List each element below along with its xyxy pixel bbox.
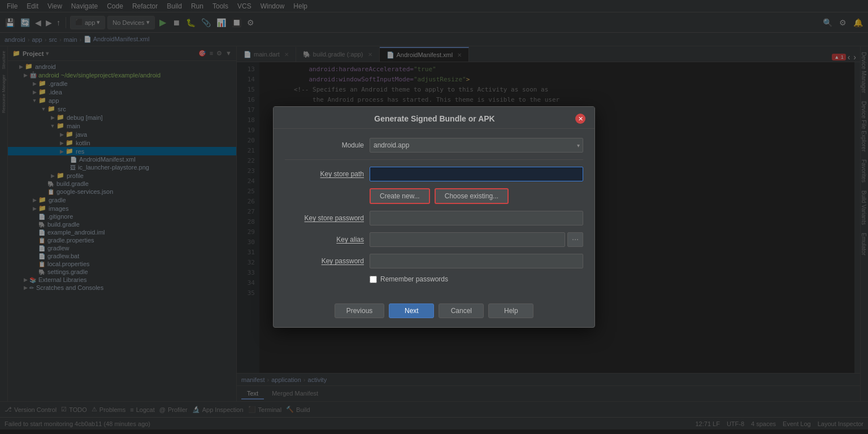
key-password-row: Key password — [285, 254, 583, 268]
generate-signed-dialog: Generate Signed Bundle or APK ✕ Module a… — [273, 106, 595, 328]
keystore-password-label: Key store password — [285, 214, 364, 222]
key-password-input[interactable] — [370, 254, 583, 268]
dialog-footer: Previous Next Cancel Help — [274, 299, 594, 327]
choose-existing-button[interactable]: Choose existing... — [435, 188, 509, 204]
module-select-wrapper: android.app ▾ — [370, 138, 583, 153]
dialog-close-button[interactable]: ✕ — [575, 114, 585, 124]
dialog-title: Generate Signed Bundle or APK — [294, 114, 575, 123]
modal-overlay: Generate Signed Bundle or APK ✕ Module a… — [0, 0, 868, 434]
help-button[interactable]: Help — [488, 303, 533, 318]
cancel-button[interactable]: Cancel — [439, 303, 484, 318]
dialog-title-bar: Generate Signed Bundle or APK ✕ — [274, 107, 594, 129]
key-alias-input-wrapper: ⋯ — [370, 232, 583, 247]
module-row: Module android.app ▾ — [285, 138, 583, 153]
keystore-path-row: Key store path — [285, 167, 583, 181]
keystore-path-input[interactable] — [370, 167, 583, 181]
dialog-separator — [285, 159, 583, 160]
key-alias-browse-button[interactable]: ⋯ — [567, 232, 583, 247]
remember-checkbox[interactable] — [370, 276, 377, 283]
module-select[interactable]: android.app — [370, 138, 583, 153]
next-button[interactable]: Next — [389, 303, 434, 318]
key-alias-input[interactable] — [370, 232, 565, 247]
keystore-buttons-row: Create new... Choose existing... — [370, 188, 583, 204]
keystore-password-input[interactable] — [370, 211, 583, 225]
key-alias-row: Key alias ⋯ — [285, 232, 583, 247]
remember-row: Remember passwords — [370, 275, 583, 283]
module-label: Module — [285, 141, 364, 149]
keystore-password-row: Key store password — [285, 211, 583, 225]
keystore-path-label: Key store path — [285, 170, 364, 178]
previous-button[interactable]: Previous — [335, 303, 385, 318]
key-password-label: Key password — [285, 257, 364, 265]
create-new-button[interactable]: Create new... — [370, 188, 430, 204]
key-alias-label: Key alias — [285, 236, 364, 244]
remember-label[interactable]: Remember passwords — [380, 275, 448, 283]
dialog-body: Module android.app ▾ Key store path Crea… — [274, 129, 594, 299]
